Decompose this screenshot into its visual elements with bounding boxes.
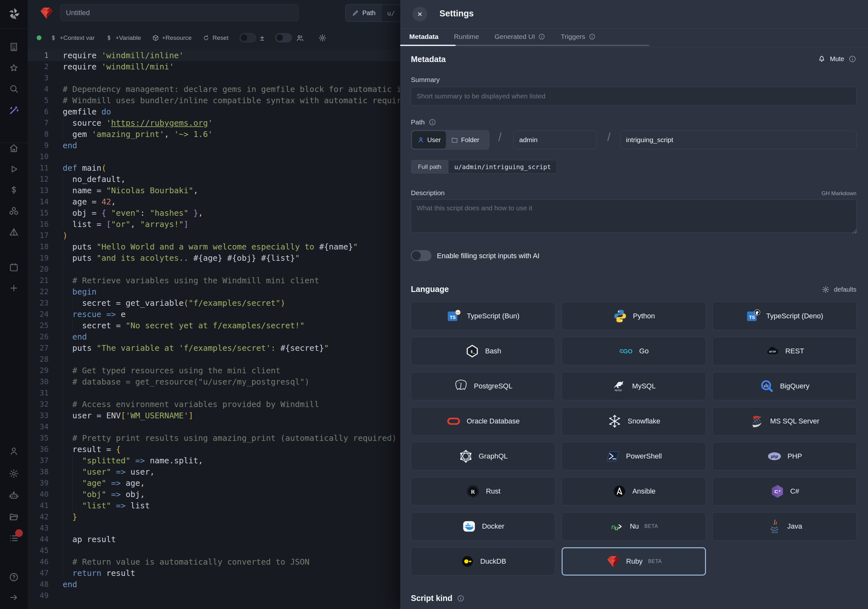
resources-cubes-icon[interactable]: [9, 206, 19, 216]
language-oracle-database[interactable]: Oracle Database: [411, 407, 555, 435]
code-line-37[interactable]: 37 "splitted" => name.split,: [28, 455, 400, 466]
description-textarea[interactable]: [411, 199, 857, 233]
tab-triggers[interactable]: Triggers: [561, 33, 595, 40]
audit-logs-icon[interactable]: [9, 533, 19, 543]
add-context-var-button[interactable]: +Context var: [50, 34, 95, 42]
code-editor[interactable]: 1require 'windmill/inline'2require 'wind…: [28, 50, 400, 609]
language-docker[interactable]: Docker: [411, 512, 555, 541]
code-line-47[interactable]: 47 return result: [28, 567, 400, 579]
favorites-star-icon[interactable]: [9, 63, 19, 73]
language-ms-sql-server[interactable]: MS SQL Server: [712, 407, 857, 435]
code-line-2[interactable]: 2require 'windmill/mini': [28, 61, 400, 72]
code-line-20[interactable]: 20: [28, 263, 400, 275]
variables-dollar-icon[interactable]: [9, 185, 19, 195]
workspace-settings-gear-icon[interactable]: [9, 468, 19, 479]
language-rust[interactable]: RRust: [411, 477, 555, 505]
language-duckdb[interactable]: DuckDB: [411, 547, 555, 576]
folders-icon[interactable]: [9, 512, 19, 522]
code-line-6[interactable]: 6gemfile do: [28, 106, 400, 117]
language-postgresql[interactable]: PostgreSQL: [411, 372, 555, 400]
summary-input[interactable]: [411, 87, 857, 105]
language-php[interactable]: phpPHP: [712, 442, 857, 470]
code-line-14[interactable]: 14 age = 42,: [28, 196, 400, 208]
language-bash[interactable]: $Bash: [411, 337, 555, 365]
code-line-41[interactable]: 41 "list" => list: [28, 500, 400, 511]
code-line-46[interactable]: 46 # Return value is automatically conve…: [28, 556, 400, 567]
add-resource-button[interactable]: +Resource: [152, 34, 192, 42]
language-typescript-deno[interactable]: TSTypeScript (Deno): [712, 302, 857, 330]
language-ansible[interactable]: Ansible: [562, 477, 706, 505]
code-line-4[interactable]: 4# Dependency management: declare gems i…: [28, 84, 400, 95]
code-line-17[interactable]: 17): [28, 230, 400, 241]
code-line-11[interactable]: 11def main(: [28, 163, 400, 174]
code-line-44[interactable]: 44 ap result: [28, 534, 400, 545]
user-account-icon[interactable]: [9, 446, 19, 456]
code-line-43[interactable]: 43: [28, 522, 400, 534]
code-line-35[interactable]: 35 # Pretty print results using amazing_…: [28, 432, 400, 444]
code-line-12[interactable]: 12 no_default,: [28, 174, 400, 185]
code-line-42[interactable]: 42 }: [28, 511, 400, 522]
code-line-24[interactable]: 24 rescue => e: [28, 309, 400, 320]
code-line-3[interactable]: 3: [28, 72, 400, 84]
code-line-1[interactable]: 1require 'windmill/inline': [28, 50, 400, 61]
code-line-40[interactable]: 40 "obj" => obj,: [28, 489, 400, 500]
code-line-39[interactable]: 39 "age" => age,: [28, 477, 400, 489]
code-line-25[interactable]: 25 secret = "No secret yet at f/examples…: [28, 320, 400, 331]
code-line-8[interactable]: 8 gem 'amazing_print', '~> 1.6': [28, 129, 400, 140]
code-line-16[interactable]: 16 list = ["or", "arrays!"]: [28, 218, 400, 230]
language-java[interactable]: JavaJava: [712, 512, 857, 541]
language-ruby[interactable]: RubyBETA: [562, 547, 706, 576]
ai-wand-icon[interactable]: [9, 105, 19, 115]
language-rest[interactable]: HTTPREST: [712, 337, 857, 365]
editor-settings-gear-icon[interactable]: [318, 34, 327, 42]
ai-inputs-toggle[interactable]: [411, 250, 431, 261]
language-defaults-button[interactable]: defaults: [822, 285, 856, 294]
workers-robot-icon[interactable]: [9, 490, 19, 501]
help-icon[interactable]: [9, 572, 19, 582]
code-line-29[interactable]: 29 # Get typed resources using the mini …: [28, 365, 400, 376]
schedules-pyramid-icon[interactable]: [9, 227, 19, 237]
code-line-9[interactable]: 9end: [28, 140, 400, 151]
reset-button[interactable]: Reset: [203, 34, 229, 42]
code-line-10[interactable]: 10: [28, 151, 400, 163]
path-name-input[interactable]: [620, 130, 857, 149]
language-go[interactable]: GOGo: [562, 337, 706, 365]
language-snowflake[interactable]: Snowflake: [562, 407, 706, 435]
path-chip-button[interactable]: Path u/: [345, 4, 400, 22]
close-settings-button[interactable]: [412, 7, 427, 22]
code-line-33[interactable]: 33 user = ENV['WM_USERNAME']: [28, 410, 400, 421]
script-summary-input[interactable]: [60, 4, 299, 21]
code-line-38[interactable]: 38 "user" => user,: [28, 466, 400, 477]
workspace-building-icon[interactable]: [9, 42, 19, 52]
language-mysql[interactable]: MySQLMySQL: [562, 372, 706, 400]
owner-kind-folder-option[interactable]: Folder: [446, 131, 485, 149]
code-line-21[interactable]: 21 # Retrieve variables using the Windmi…: [28, 275, 400, 286]
code-line-22[interactable]: 22 begin: [28, 286, 400, 298]
search-icon[interactable]: [9, 84, 19, 94]
runs-play-icon[interactable]: [9, 164, 19, 174]
code-line-18[interactable]: 18 puts "Hello World and a warm welcome …: [28, 241, 400, 253]
home-icon[interactable]: [9, 143, 19, 153]
windmill-logo[interactable]: [6, 6, 22, 21]
code-line-27[interactable]: 27 puts "The variable at 'f/examples/sec…: [28, 342, 400, 354]
code-line-30[interactable]: 30 # database = get_resource("u/user/my_…: [28, 376, 400, 387]
tab-generated-ui[interactable]: Generated UI: [494, 33, 545, 40]
code-line-5[interactable]: 5# Windmill uses bundler/inline compatib…: [28, 95, 400, 106]
language-typescript-bun[interactable]: TSTypeScript (Bun): [411, 302, 555, 330]
add-variable-button[interactable]: +Variable: [105, 34, 141, 42]
calendar-icon[interactable]: [9, 262, 19, 272]
mute-button[interactable]: Mute: [817, 55, 856, 63]
path-owner-input[interactable]: [513, 130, 597, 149]
code-line-34[interactable]: 34: [28, 421, 400, 432]
language-graphql[interactable]: GraphQL: [411, 442, 555, 470]
code-line-23[interactable]: 23 secret = get_variable("f/examples/sec…: [28, 298, 400, 309]
language-c[interactable]: C#C#: [712, 477, 857, 505]
code-line-28[interactable]: 28: [28, 354, 400, 365]
code-line-31[interactable]: 31: [28, 387, 400, 399]
code-line-13[interactable]: 13 name = "Nicolas Bourbaki",: [28, 185, 400, 196]
code-line-7[interactable]: 7 source 'https://rubygems.org': [28, 117, 400, 129]
diff-mode-toggle[interactable]: [240, 33, 256, 42]
create-plus-icon[interactable]: [9, 283, 19, 293]
code-line-19[interactable]: 19 puts "and its acolytes.. #{age} #{obj…: [28, 253, 400, 263]
code-line-49[interactable]: 49: [28, 590, 400, 601]
